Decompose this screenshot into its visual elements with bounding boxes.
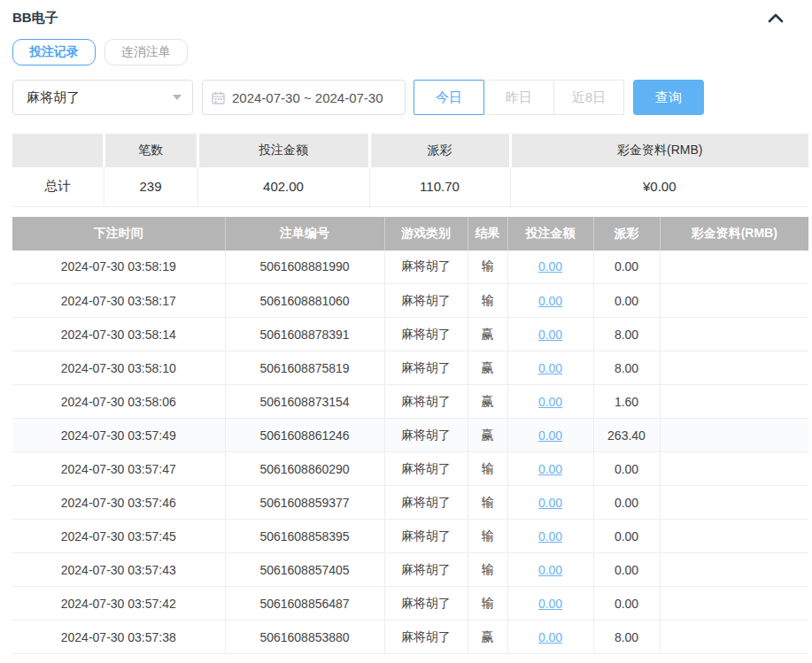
table-row: 2024-07-30 03:58:19 5061608881990 麻将胡了 输… xyxy=(12,251,808,284)
bet-amount-link[interactable]: 0.00 xyxy=(538,259,562,274)
header-bet-time: 下注时间 xyxy=(12,217,225,251)
bet-amount-link[interactable]: 0.00 xyxy=(538,563,562,577)
bet-amount-link[interactable]: 0.00 xyxy=(538,395,562,409)
bet-amount-link[interactable]: 0.00 xyxy=(538,328,562,342)
search-button[interactable]: 查询 xyxy=(633,80,704,115)
cell-order-number: 5061608881060 xyxy=(225,284,384,318)
table-row: 2024-07-30 03:57:38 5061608853880 麻将胡了 赢… xyxy=(12,621,808,654)
cell-bet-amount: 0.00 xyxy=(507,419,593,452)
table-row: 2024-07-30 03:58:06 5061608873154 麻将胡了 赢… xyxy=(12,385,808,419)
cell-bet-time: 2024-07-30 03:57:49 xyxy=(12,419,225,452)
chevron-up-icon xyxy=(768,13,784,23)
cell-jackpot xyxy=(660,318,808,351)
cell-game-type: 麻将胡了 xyxy=(384,621,468,654)
cell-payout: 0.00 xyxy=(593,452,660,486)
panel-header: BB电子 xyxy=(12,0,808,30)
cell-payout: 8.00 xyxy=(593,351,660,385)
summary-total-count: 239 xyxy=(104,167,197,206)
cell-order-number: 5061608873154 xyxy=(225,385,384,419)
cell-game-type: 麻将胡了 xyxy=(384,486,468,520)
last-8-days-button[interactable]: 近8日 xyxy=(553,80,624,115)
tabs: 投注记录 连消注单 xyxy=(12,39,808,66)
cell-order-number: 5061608878391 xyxy=(225,318,384,351)
summary-table: 笔数 投注金额 派彩 彩金资料(RMB) 总计 239 402.00 110.7… xyxy=(12,134,808,207)
header-game-type: 游戏类别 xyxy=(384,217,468,251)
calendar-icon xyxy=(212,91,225,104)
tab-bet-records[interactable]: 投注记录 xyxy=(12,39,96,66)
cell-jackpot xyxy=(660,385,808,419)
bet-amount-link[interactable]: 0.00 xyxy=(538,597,562,611)
bet-amount-link[interactable]: 0.00 xyxy=(538,529,562,544)
summary-total-label: 总计 xyxy=(12,167,104,206)
cell-game-type: 麻将胡了 xyxy=(384,318,468,351)
cell-bet-amount: 0.00 xyxy=(507,587,593,621)
cell-bet-amount: 0.00 xyxy=(507,452,593,486)
cell-bet-amount: 0.00 xyxy=(507,621,593,654)
game-select[interactable]: 麻将胡了 xyxy=(12,80,193,115)
summary-total-row: 总计 239 402.00 110.70 ¥0.00 xyxy=(12,167,808,206)
table-row: 2024-07-30 03:57:47 5061608860290 麻将胡了 输… xyxy=(12,452,808,486)
cell-payout: 0.00 xyxy=(593,284,660,318)
cell-bet-amount: 0.00 xyxy=(507,553,593,587)
bet-amount-link[interactable]: 0.00 xyxy=(538,496,562,510)
summary-header-row: 笔数 投注金额 派彩 彩金资料(RMB) xyxy=(12,134,808,167)
table-row: 2024-07-30 03:57:43 5061608857405 麻将胡了 输… xyxy=(12,553,808,587)
cell-result: 赢 xyxy=(468,419,507,452)
cell-game-type: 麻将胡了 xyxy=(384,419,468,452)
game-select-value: 麻将胡了 xyxy=(27,89,80,106)
cell-result: 输 xyxy=(468,251,507,284)
cell-payout: 0.00 xyxy=(593,587,660,621)
cell-order-number: 5061608856487 xyxy=(225,587,384,621)
cell-result: 输 xyxy=(468,520,507,553)
cell-result: 赢 xyxy=(468,318,507,351)
cell-result: 输 xyxy=(468,553,507,587)
cell-game-type: 麻将胡了 xyxy=(384,385,468,419)
quick-date-buttons: 今日 昨日 近8日 xyxy=(414,80,624,115)
bet-amount-link[interactable]: 0.00 xyxy=(538,428,562,443)
collapse-button[interactable] xyxy=(764,10,787,27)
cell-payout: 8.00 xyxy=(593,621,660,654)
bet-amount-link[interactable]: 0.00 xyxy=(538,294,562,308)
bet-table-body: 2024-07-30 03:58:19 5061608881990 麻将胡了 输… xyxy=(12,251,808,654)
table-row: 2024-07-30 03:58:10 5061608875819 麻将胡了 赢… xyxy=(12,351,808,385)
summary-header-blank xyxy=(12,134,104,167)
cell-bet-amount: 0.00 xyxy=(507,385,593,419)
yesterday-button[interactable]: 昨日 xyxy=(483,80,554,115)
cell-jackpot xyxy=(660,553,808,587)
bb-electronic-panel: BB电子 投注记录 连消注单 麻将胡了 2024- xyxy=(0,0,812,654)
cell-result: 输 xyxy=(468,452,507,486)
bet-amount-link[interactable]: 0.00 xyxy=(538,630,562,644)
table-row: 2024-07-30 03:57:46 5061608859377 麻将胡了 输… xyxy=(12,486,808,520)
cell-bet-amount: 0.00 xyxy=(507,284,593,318)
cell-bet-amount: 0.00 xyxy=(507,486,593,520)
bet-table-header-row: 下注时间 注单编号 游戏类别 结果 投注金额 派彩 彩金资料(RMB) xyxy=(12,217,808,251)
cell-order-number: 5061608860290 xyxy=(225,452,384,486)
cell-bet-amount: 0.00 xyxy=(507,251,593,284)
summary-header-jackpot: 彩金资料(RMB) xyxy=(510,134,808,167)
cell-result: 赢 xyxy=(468,351,507,385)
cell-bet-time: 2024-07-30 03:57:47 xyxy=(12,452,225,486)
header-order-number: 注单编号 xyxy=(225,217,384,251)
cell-jackpot xyxy=(660,486,808,520)
cell-bet-time: 2024-07-30 03:57:45 xyxy=(12,520,225,553)
cell-bet-time: 2024-07-30 03:57:42 xyxy=(12,587,225,621)
summary-header-payout: 派彩 xyxy=(369,134,510,167)
cell-bet-amount: 0.00 xyxy=(507,520,593,553)
cell-order-number: 5061608881990 xyxy=(225,251,384,284)
cell-bet-time: 2024-07-30 03:57:43 xyxy=(12,553,225,587)
today-button[interactable]: 今日 xyxy=(414,80,484,115)
cell-bet-time: 2024-07-30 03:58:17 xyxy=(12,284,225,318)
tab-cancelled-orders[interactable]: 连消注单 xyxy=(104,39,188,66)
bet-amount-link[interactable]: 0.00 xyxy=(538,462,562,476)
cell-order-number: 5061608875819 xyxy=(225,351,384,385)
table-row: 2024-07-30 03:57:42 5061608856487 麻将胡了 输… xyxy=(12,587,808,621)
header-payout: 派彩 xyxy=(593,217,660,251)
date-range-input[interactable]: 2024-07-30 ~ 2024-07-30 xyxy=(202,80,406,115)
cell-game-type: 麻将胡了 xyxy=(384,587,468,621)
cell-jackpot xyxy=(660,251,808,284)
cell-jackpot xyxy=(660,284,808,318)
bet-amount-link[interactable]: 0.00 xyxy=(538,361,562,375)
cell-bet-time: 2024-07-30 03:57:46 xyxy=(12,486,225,520)
summary-total-jackpot: ¥0.00 xyxy=(510,167,808,206)
header-bet-amount: 投注金额 xyxy=(507,217,593,251)
